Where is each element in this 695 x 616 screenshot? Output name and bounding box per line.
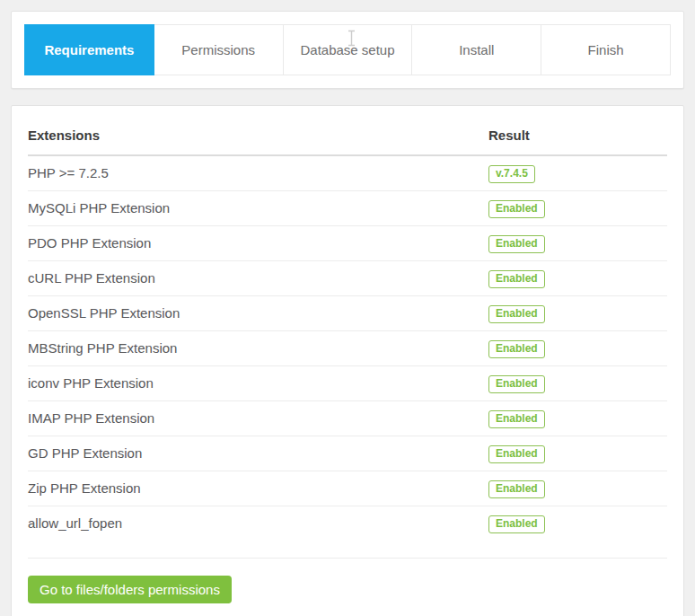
tab-requirements[interactable]: Requirements (24, 24, 154, 75)
status-badge: Enabled (488, 515, 545, 533)
requirement-label: GD PHP Extension (28, 444, 488, 462)
requirement-label: MySQLi PHP Extension (28, 199, 488, 217)
status-badge: Enabled (488, 480, 545, 498)
table-row: allow_url_fopen Enabled (28, 506, 667, 559)
status-badge: v.7.4.5 (488, 165, 535, 183)
requirement-label: iconv PHP Extension (28, 374, 488, 392)
table-row: Zip PHP Extension Enabled (28, 471, 667, 506)
tab-database-setup[interactable]: Database setup (283, 24, 413, 75)
installer-page: Requirements Permissions Database setup … (0, 0, 695, 616)
status-badge: Enabled (488, 305, 545, 323)
status-badge: Enabled (488, 235, 545, 253)
table-row: cURL PHP Extension Enabled (28, 261, 667, 296)
requirement-label: cURL PHP Extension (28, 269, 488, 287)
requirement-label: allow_url_fopen (28, 515, 488, 532)
requirement-label: IMAP PHP Extension (28, 409, 488, 427)
table-header: Extensions Result (28, 120, 667, 156)
tab-finish[interactable]: Finish (541, 24, 671, 75)
status-badge: Enabled (488, 375, 545, 393)
status-badge: Enabled (488, 270, 545, 288)
requirement-label: Zip PHP Extension (28, 480, 488, 497)
status-badge: Enabled (488, 410, 545, 428)
table-row: PHP >= 7.2.5 v.7.4.5 (28, 156, 667, 191)
table-row: iconv PHP Extension Enabled (28, 366, 667, 401)
header-result: Result (488, 127, 667, 145)
status-badge: Enabled (488, 200, 545, 218)
wizard-steps: Requirements Permissions Database setup … (24, 24, 671, 75)
table-row: IMAP PHP Extension Enabled (28, 401, 667, 436)
requirement-label: PHP >= 7.2.5 (28, 164, 488, 182)
requirements-panel: Extensions Result PHP >= 7.2.5 v.7.4.5 M… (11, 105, 684, 616)
requirement-label: PDO PHP Extension (28, 234, 488, 252)
header-extensions: Extensions (28, 127, 488, 145)
requirement-label: OpenSSL PHP Extension (28, 304, 488, 322)
table-row: GD PHP Extension Enabled (28, 436, 667, 471)
go-to-permissions-button[interactable]: Go to files/folders permissions (28, 576, 232, 603)
tab-install[interactable]: Install (411, 24, 541, 75)
wizard-steps-panel: Requirements Permissions Database setup … (11, 11, 684, 89)
table-row: PDO PHP Extension Enabled (28, 226, 667, 261)
requirement-label: MBString PHP Extension (28, 339, 488, 357)
status-badge: Enabled (488, 445, 545, 463)
table-row: MBString PHP Extension Enabled (28, 331, 667, 366)
tab-permissions[interactable]: Permissions (154, 24, 284, 75)
status-badge: Enabled (488, 340, 545, 358)
table-row: MySQLi PHP Extension Enabled (28, 191, 667, 226)
table-row: OpenSSL PHP Extension Enabled (28, 296, 667, 331)
